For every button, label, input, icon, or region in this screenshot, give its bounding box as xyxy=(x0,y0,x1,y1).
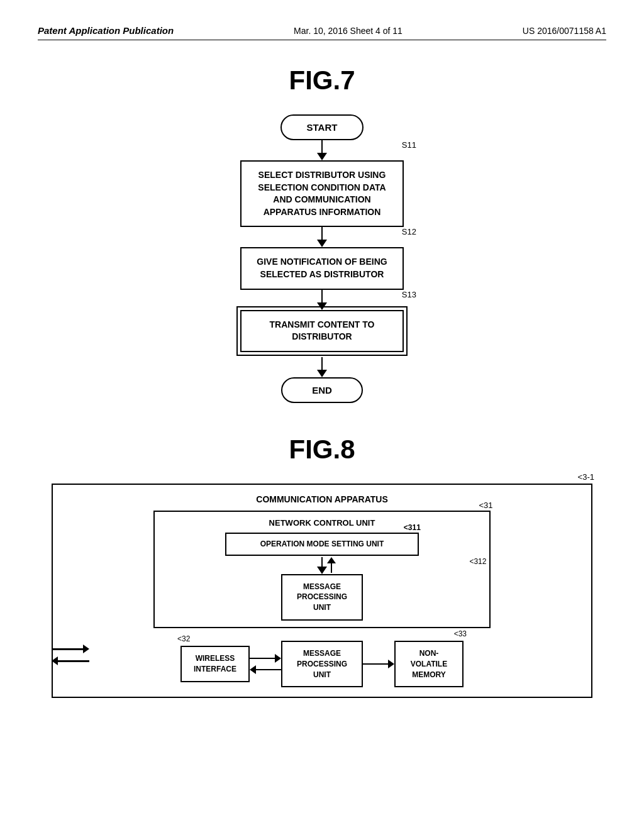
page: Patent Application Publication Mar. 10, … xyxy=(0,0,644,830)
outer-box-communication-apparatus: <3-1 COMMUNICATION APPARATUS <31 NETWORK… xyxy=(52,484,592,699)
fig8-title: FIG.8 xyxy=(38,434,606,465)
arrow-right-head xyxy=(275,654,281,663)
outer-ref: <3-1 xyxy=(578,472,594,482)
wireless-interface-container: <32 WIRELESS INTERFACE xyxy=(180,646,250,682)
step-s13-label: S13 xyxy=(402,290,416,299)
arrow-head xyxy=(317,153,327,160)
step-s12-box: GIVE NOTIFICATION OF BEING SELECTED AS D… xyxy=(240,247,404,289)
unit33-ref: <33 xyxy=(454,629,467,638)
arrow-up-312 xyxy=(327,557,336,573)
arrow-left-row xyxy=(250,665,281,674)
ext-arrow-left xyxy=(52,656,89,665)
v-line xyxy=(321,290,323,302)
network-control-unit-box: <31 NETWORK CONTROL UNIT <311 OPERATION … xyxy=(153,511,491,628)
arrow-head xyxy=(317,302,327,310)
h-line-ext2 xyxy=(58,660,89,662)
h-line xyxy=(250,658,275,660)
header-center: Mar. 10, 2016 Sheet 4 of 11 xyxy=(294,26,402,36)
step-s13-box: TRANSMIT CONTENT TO DISTRIBUTOR xyxy=(240,310,404,352)
v-line xyxy=(321,227,323,240)
bottom-row: <32 WIRELESS INTERFACE xyxy=(62,641,582,687)
arrow-head-down xyxy=(317,567,327,574)
arrow-left-ext xyxy=(52,656,58,665)
step-s11-box: SELECT DISTRIBUTOR USING SELECTION CONDI… xyxy=(240,160,404,227)
start-node: START xyxy=(280,114,364,140)
arrow-right-ext xyxy=(83,645,89,653)
unit32-ref: <32 xyxy=(177,634,190,643)
arrow-right-head2 xyxy=(388,660,394,668)
message-processing-unit-box: MESSAGE PROCESSING UNIT xyxy=(281,574,363,621)
ext-arrows xyxy=(52,645,89,665)
unit311-ref: <311 xyxy=(404,523,421,533)
fig7-title: FIG.7 xyxy=(38,65,606,96)
arrow-to-end xyxy=(240,357,404,377)
v-line xyxy=(321,357,323,370)
non-volatile-memory-box: NON-VOLATILE MEMORY xyxy=(394,641,464,687)
arrow-left-head xyxy=(250,665,256,674)
arrow-head-up xyxy=(327,557,336,563)
v-line-down xyxy=(321,557,323,567)
non-volatile-memory-container: <33 NON-VOLATILE MEMORY xyxy=(394,641,464,687)
h-line xyxy=(363,663,388,665)
arrow-head xyxy=(317,370,327,377)
header-left: Patent Application Publication xyxy=(38,25,174,36)
fig8-block-diagram: <3-1 COMMUNICATION APPARATUS <31 NETWORK… xyxy=(52,484,592,699)
arrow-right-side xyxy=(363,660,394,668)
network-control-unit-label: NETWORK CONTROL UNIT xyxy=(161,518,484,528)
operation-mode-setting-unit-box: <311 OPERATION MODE SETTING UNIT xyxy=(225,533,419,556)
wireless-interface-box: WIRELESS INTERFACE xyxy=(180,646,250,682)
arrow-head xyxy=(317,240,327,247)
arrow-right-row2 xyxy=(363,660,394,668)
arrow-311-to-312: <312 xyxy=(161,557,484,574)
end-node: END xyxy=(281,377,363,403)
v-line-up xyxy=(331,563,333,573)
header-right: US 2016/0071158 A1 xyxy=(523,26,606,36)
v-line xyxy=(321,140,323,153)
msg-proc-box-center: MESSAGE PROCESSING UNIT xyxy=(281,641,363,687)
msg-proc-container: MESSAGE PROCESSING UNIT xyxy=(161,574,484,621)
unit31-ref: <31 xyxy=(479,501,492,510)
unit312-ref-label: <312 xyxy=(469,557,486,566)
arrow-to-s12: S12 xyxy=(240,227,404,247)
arrow-to-s11: S11 xyxy=(240,140,404,160)
arrow-to-s13: S13 xyxy=(240,290,404,310)
header: Patent Application Publication Mar. 10, … xyxy=(38,25,606,40)
h-line xyxy=(256,669,281,671)
communication-apparatus-label: COMMUNICATION APPARATUS xyxy=(62,494,582,504)
arrow-right-row xyxy=(250,654,281,663)
ext-arrow-right xyxy=(52,645,89,653)
fig7-flowchart: START S11 SELECT DISTRIBUTOR USING SELEC… xyxy=(38,114,606,403)
h-line-ext xyxy=(52,648,83,650)
bidir-arrow-left xyxy=(250,654,281,674)
operation-mode-setting-unit-label: OPERATION MODE SETTING UNIT xyxy=(260,540,384,548)
step-s11-label: S11 xyxy=(402,140,416,150)
step-s12-label: S12 xyxy=(402,227,416,236)
